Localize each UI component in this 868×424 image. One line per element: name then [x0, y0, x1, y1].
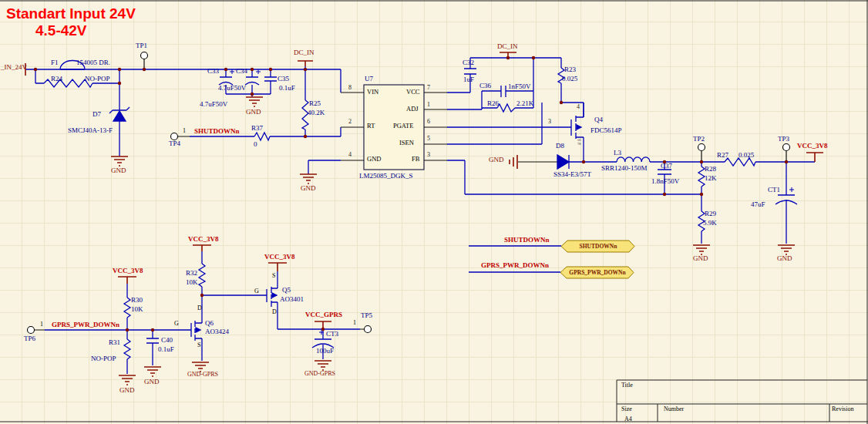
q6-part[interactable]: AO3424 — [205, 328, 229, 335]
tp2-label[interactable]: TP2 — [693, 136, 705, 143]
l3-value[interactable]: SRR1240-150M — [601, 165, 648, 172]
q4-part[interactable]: FDC5614P — [590, 127, 622, 134]
vcc3v8-r30-label[interactable]: VCC_3V8 — [113, 268, 143, 274]
ct1-value[interactable]: 47uF — [751, 201, 765, 208]
r32-value[interactable]: 10K — [186, 279, 198, 286]
gnd-r29-label[interactable]: GND — [693, 255, 708, 262]
tp6-pin-number: 1 — [40, 321, 43, 328]
gnd-d8-label[interactable]: GND — [489, 156, 504, 163]
c35-value[interactable]: 0.1uF — [279, 85, 295, 92]
gprs-net-label-2[interactable]: GPRS_PWR_DOWNn — [52, 321, 119, 328]
r25-ref[interactable]: R25 — [309, 100, 321, 107]
c33-ref[interactable]: C33 — [207, 68, 219, 75]
gnd-ct1-label[interactable]: GND — [777, 255, 792, 262]
r30-ref[interactable]: R30 — [131, 297, 143, 304]
c36-value[interactable]: 1nF50V — [508, 83, 531, 90]
r32-ref[interactable]: R32 — [186, 270, 197, 277]
c34-value[interactable]: 4.7uF50V — [218, 85, 246, 92]
r28-value[interactable]: 12K — [705, 175, 717, 182]
gnd-c40-label[interactable]: GND — [144, 379, 160, 385]
r27-value[interactable]: 0.025 — [738, 152, 754, 159]
q5-ref[interactable]: Q5 — [282, 287, 291, 294]
titleblock-revision-label: Revision — [832, 405, 853, 412]
c40-ref[interactable]: C40 — [161, 337, 173, 344]
gnd-gprs-ct3-symbol — [315, 361, 331, 370]
q5-source-label: S — [272, 273, 275, 279]
vcc-gprs-label[interactable]: VCC_GPRS — [305, 311, 342, 318]
shutdown-net-label-2[interactable]: SHUTDOWNn — [504, 237, 550, 244]
cap-c37-symbol — [658, 170, 671, 174]
d7-ref[interactable]: D7 — [93, 111, 101, 118]
u7-pin-adj: ADJ — [406, 106, 419, 113]
tp6-label[interactable]: TP6 — [24, 335, 35, 342]
c37-value[interactable]: 1.8nF50V — [651, 178, 679, 185]
u7-pinnum-1: 1 — [427, 102, 430, 108]
q5-part[interactable]: AO3401 — [280, 296, 304, 303]
vcc3v8-r32-label[interactable]: VCC_3V8 — [188, 236, 219, 243]
gnd-gprs-ct3-label[interactable]: GND-GPRS — [304, 371, 335, 377]
r30-value[interactable]: 10K — [131, 306, 143, 313]
c32-value[interactable]: 1uF — [463, 76, 474, 83]
shutdown-net-label-1[interactable]: SHUTDOWNn — [194, 128, 240, 135]
d8-ref[interactable]: D8 — [556, 143, 564, 150]
u7-pinnum-7: 7 — [427, 85, 430, 91]
ct3-value[interactable]: 100uF — [316, 348, 334, 355]
c37-ref[interactable]: C37 — [661, 163, 672, 170]
r37-value[interactable]: 0 — [254, 141, 257, 148]
dcin2-label[interactable]: DC_IN — [497, 43, 518, 50]
f1-ref[interactable]: F1 — [51, 59, 59, 66]
r24-ref[interactable]: R24 — [51, 76, 62, 82]
tp1-label[interactable]: TP1 — [136, 42, 147, 49]
tp3-label[interactable]: TP3 — [778, 136, 789, 143]
r23-value[interactable]: 0.025 — [562, 76, 577, 82]
gnd-caps-label[interactable]: GND — [246, 109, 261, 116]
tp5-label[interactable]: TP5 — [361, 312, 372, 319]
tp5-pin-number: 1 — [353, 320, 356, 326]
d7-value[interactable]: SMCJ40A-13-F — [68, 127, 113, 134]
ct1-ref[interactable]: CT1 — [768, 187, 780, 193]
q6-ref[interactable]: Q6 — [205, 320, 214, 327]
r37-ref[interactable]: R37 — [251, 125, 263, 132]
r26-value[interactable]: 2.21K — [516, 100, 533, 107]
u7-pin-fb: FB — [412, 156, 419, 163]
titleblock-size-value: A4 — [624, 416, 632, 422]
gnd-d7-label[interactable]: GND — [111, 167, 126, 174]
schematic-canvas[interactable] — [0, 0, 868, 424]
c33-value[interactable]: 4.7uF50V — [200, 101, 227, 108]
tp4-label[interactable]: TP4 — [169, 140, 180, 147]
r31-value[interactable]: NO-POP — [91, 355, 116, 362]
c34-ref[interactable]: C34 — [236, 68, 247, 75]
c35-ref[interactable]: C35 — [278, 76, 289, 82]
l3-ref[interactable]: L3 — [614, 150, 621, 156]
r23-ref[interactable]: R23 — [564, 66, 576, 73]
u7-ref[interactable]: U7 — [365, 76, 373, 82]
c40-value[interactable]: 0.1uF — [158, 346, 174, 353]
c36-ref[interactable]: C36 — [479, 82, 491, 89]
ct3-ref[interactable]: CT3 — [326, 331, 338, 338]
r29-value[interactable]: 5.9K — [703, 220, 717, 227]
schematic-sheet[interactable]: Standart Input 24V 4.5-42V _IN_24V F1 15… — [0, 0, 868, 424]
r28-ref[interactable]: R28 — [705, 166, 716, 173]
gnd-gprs-q6-label[interactable]: GND-GPRS — [187, 372, 218, 378]
port-shutdown-label[interactable]: SHUTDOWNn — [561, 244, 635, 250]
gnd-u7-symbol — [300, 174, 317, 183]
vcc3v8-out-label[interactable]: VCC_3V8 — [797, 143, 828, 150]
f1-value[interactable]: 154005 DR. — [76, 59, 110, 66]
u7-part[interactable]: LM25085_DGK_S — [359, 173, 413, 180]
r26-ref[interactable]: R26 — [487, 100, 499, 107]
vcc3v8-q5-label[interactable]: VCC_3V8 — [264, 254, 295, 261]
gprs-net-label-1[interactable]: GPRS_PWR_DOWNn — [481, 262, 549, 269]
r24-value[interactable]: NO-POP — [85, 76, 110, 82]
r27-ref[interactable]: R27 — [717, 152, 728, 159]
dcin1-label[interactable]: DC_IN — [294, 49, 315, 56]
gnd-r31-label[interactable]: GND — [119, 387, 135, 394]
gnd-u7-label[interactable]: GND — [301, 185, 316, 192]
q4-ref[interactable]: Q4 — [594, 116, 603, 123]
input-net-label[interactable]: _IN_24V — [1, 64, 27, 71]
d8-value[interactable]: SS34-E3/57T — [553, 171, 591, 178]
r31-ref[interactable]: R31 — [109, 339, 120, 346]
c32-ref[interactable]: C32 — [463, 59, 474, 66]
r29-ref[interactable]: R29 — [705, 210, 716, 217]
port-gprs-label[interactable]: GPRS_PWR_DOWNn — [560, 270, 634, 276]
r25-value[interactable]: 40.2K — [308, 109, 325, 116]
